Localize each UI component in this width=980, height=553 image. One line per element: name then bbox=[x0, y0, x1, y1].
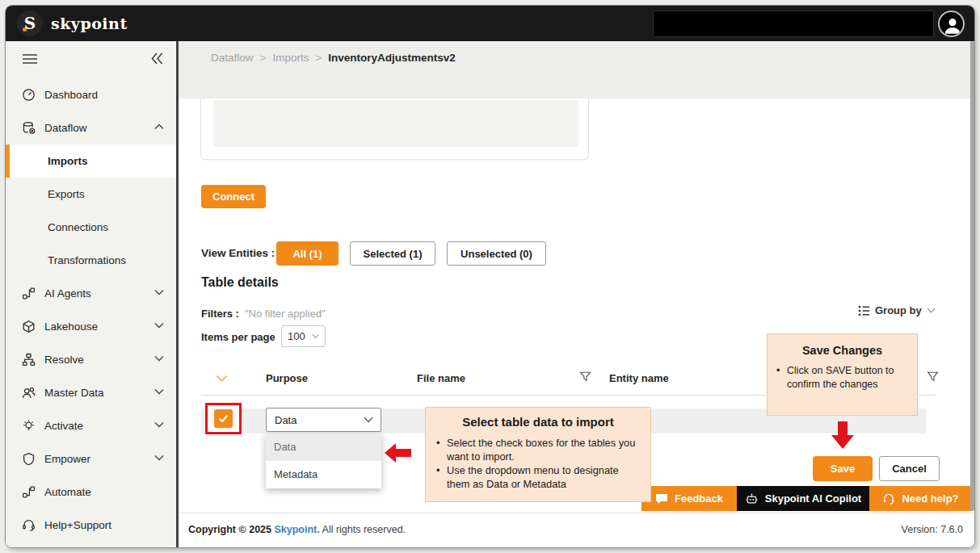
connection-panel-field bbox=[213, 100, 578, 147]
select-all-chevron-icon[interactable] bbox=[216, 375, 228, 382]
sidebar-item-imports[interactable]: Imports bbox=[6, 145, 176, 178]
app-window: S skypoint bbox=[5, 5, 975, 548]
chevron-down-icon bbox=[154, 388, 164, 395]
sidebar-item-label: Lakehouse bbox=[44, 320, 98, 333]
callout-bullets: Click on SAVE button to confirm the chan… bbox=[774, 364, 911, 392]
brand-name: skypoint bbox=[51, 15, 128, 32]
sidebar-item-label: Connections bbox=[48, 221, 108, 233]
sidebar-item-lakehouse[interactable]: Lakehouse bbox=[6, 310, 176, 343]
connect-button[interactable]: Connect bbox=[201, 185, 266, 208]
sidebar-item-dashboard[interactable]: Dashboard bbox=[6, 78, 176, 111]
checkbox-annotation-box bbox=[205, 403, 242, 434]
need-help-button[interactable]: Need help? bbox=[869, 486, 972, 511]
chevron-down-icon bbox=[154, 322, 164, 329]
column-header-entity-name: Entity name bbox=[609, 372, 669, 384]
breadcrumb: Dataflow > Imports > InventoryAdjustment… bbox=[211, 52, 456, 64]
table-details-title: Table details bbox=[201, 275, 279, 290]
breadcrumb-current: InventoryAdjustmentsv2 bbox=[328, 52, 456, 64]
filters-label: Filters : bbox=[201, 308, 239, 320]
chevron-down-icon bbox=[154, 355, 164, 362]
version-text: Version: 7.6.0 bbox=[902, 524, 963, 535]
sidebar-item-automate[interactable]: Automate bbox=[6, 475, 176, 509]
chevron-down-icon bbox=[364, 417, 373, 423]
hierarchy-icon bbox=[22, 353, 36, 367]
sidebar-item-resolve[interactable]: Resolve bbox=[6, 343, 176, 376]
sidebar-item-ai-agents[interactable]: AI Agents bbox=[6, 277, 176, 310]
callout-save-changes: Save Changes Click on SAVE button to con… bbox=[767, 333, 918, 416]
sidebar-header bbox=[6, 41, 176, 78]
feedback-button[interactable]: Feedback bbox=[641, 486, 737, 511]
items-per-page-select[interactable]: 100 bbox=[281, 325, 326, 347]
footer-brand-link[interactable]: Skypoint. bbox=[274, 524, 319, 535]
robot-icon bbox=[745, 492, 759, 505]
feedback-label: Feedback bbox=[675, 492, 723, 505]
callout-bullet: Use the dropdown menu to designate them … bbox=[434, 463, 642, 491]
sidebar-item-connections[interactable]: Connections bbox=[6, 211, 176, 244]
person-icon bbox=[942, 15, 963, 36]
sidebar-item-transformations[interactable]: Transformations bbox=[6, 244, 176, 277]
items-per-page-value: 100 bbox=[288, 330, 305, 342]
items-per-page-label: Items per page bbox=[201, 331, 275, 343]
hamburger-menu-icon[interactable] bbox=[22, 53, 38, 65]
sidebar-item-label: Exports bbox=[48, 188, 85, 200]
callout-select-table: Select table data to import Select the c… bbox=[425, 407, 651, 502]
red-arrow-down-annotation bbox=[831, 421, 854, 449]
copyright-suffix: All rights reserved. bbox=[322, 524, 406, 535]
copilot-label: Skypoint AI Copilot bbox=[765, 492, 861, 505]
sidebar-item-empower[interactable]: Empower bbox=[6, 442, 176, 475]
callout-title: Select table data to import bbox=[434, 415, 642, 429]
sidebar-item-master-data[interactable]: Master Data bbox=[6, 376, 176, 409]
all-entities-button[interactable]: All (1) bbox=[276, 241, 339, 266]
group-by-control[interactable]: Group by bbox=[858, 304, 936, 316]
user-avatar[interactable] bbox=[938, 10, 965, 37]
connection-panel bbox=[200, 98, 589, 160]
breadcrumb-dataflow[interactable]: Dataflow bbox=[211, 52, 254, 64]
sidebar-item-dataflow[interactable]: Dataflow bbox=[6, 111, 176, 145]
screenshot-stage: S skypoint bbox=[0, 0, 980, 553]
sidebar-item-label: Dataflow bbox=[44, 122, 87, 134]
breadcrumb-imports[interactable]: Imports bbox=[272, 52, 309, 64]
copilot-button[interactable]: Skypoint AI Copilot bbox=[737, 486, 869, 511]
filter-funnel-icon[interactable] bbox=[579, 371, 591, 383]
dataflow-icon bbox=[22, 121, 36, 135]
copyright-text: Copyright © 2025 Skypoint. All rights re… bbox=[188, 524, 406, 535]
filter-funnel-icon[interactable] bbox=[927, 371, 939, 383]
column-header-file-name: File name bbox=[417, 372, 465, 384]
sidebar-item-label: Master Data bbox=[44, 387, 104, 399]
dropdown-option-data[interactable]: Data bbox=[266, 434, 381, 461]
chevron-down-icon bbox=[154, 455, 164, 461]
sidebar-item-label: Imports bbox=[48, 155, 88, 167]
dropdown-option-metadata[interactable]: Metadata bbox=[266, 461, 381, 488]
sidebar-item-exports[interactable]: Exports bbox=[6, 178, 176, 211]
cancel-button[interactable]: Cancel bbox=[879, 456, 940, 481]
bottom-widget-bar: Feedback Skypoint AI Copilot bbox=[641, 486, 972, 511]
chevron-down-icon bbox=[154, 421, 164, 428]
sidebar-item-help-support[interactable]: Help+Support bbox=[6, 509, 176, 542]
purpose-dropdown[interactable]: Data bbox=[266, 408, 381, 432]
sidebar-item-label: Help+Support bbox=[44, 519, 111, 531]
copyright-prefix: Copyright © 2025 bbox=[188, 524, 271, 535]
group-by-label: Group by bbox=[875, 304, 922, 316]
callout-title: Save Changes bbox=[774, 344, 911, 357]
column-header-purpose: Purpose bbox=[266, 372, 308, 384]
sidebar-item-label: AI Agents bbox=[44, 287, 91, 300]
redacted-area bbox=[653, 10, 934, 37]
main-content: Dataflow > Imports > InventoryAdjustment… bbox=[179, 41, 974, 547]
scrollbar[interactable] bbox=[970, 41, 974, 511]
selected-entities-button[interactable]: Selected (1) bbox=[350, 241, 435, 266]
sidebar-item-activate[interactable]: Activate bbox=[6, 409, 176, 442]
row-checkbox[interactable] bbox=[214, 409, 233, 428]
save-button[interactable]: Save bbox=[813, 456, 873, 481]
sidebar-item-label: Automate bbox=[44, 486, 91, 498]
collapse-sidebar-icon[interactable] bbox=[149, 51, 165, 66]
sidebar-item-label: Dashboard bbox=[44, 89, 98, 101]
callout-bullet: Select the check boxes for the tables yo… bbox=[434, 436, 642, 463]
breadcrumb-band bbox=[179, 41, 974, 98]
skypoint-logo-icon[interactable]: S bbox=[17, 10, 43, 36]
breadcrumb-separator: > bbox=[260, 52, 267, 64]
breadcrumb-separator: > bbox=[315, 52, 322, 64]
purpose-dropdown-value: Data bbox=[275, 414, 297, 426]
unselected-entities-button[interactable]: Unselected (0) bbox=[447, 241, 546, 266]
purpose-dropdown-menu: Data Metadata bbox=[266, 434, 381, 488]
callout-bullets: Select the check boxes for the tables yo… bbox=[434, 436, 642, 491]
